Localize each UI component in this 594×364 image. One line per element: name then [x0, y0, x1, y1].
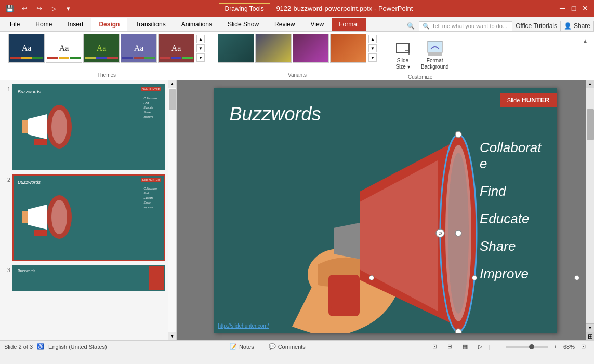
- tab-insert[interactable]: Insert: [60, 18, 91, 31]
- undo-icon[interactable]: ↩: [19, 3, 30, 14]
- variants-grid: ▲ ▼ ▾: [218, 34, 377, 63]
- canvas-scroll-down[interactable]: ▼: [586, 323, 594, 332]
- accessibility-icon: ♿: [37, 343, 44, 350]
- slide-title: Buzzwords: [230, 103, 321, 125]
- format-background-button[interactable]: FormatBackground: [419, 38, 451, 72]
- minimize-button[interactable]: ─: [558, 4, 567, 13]
- customize-icon[interactable]: ▾: [62, 3, 74, 14]
- slide-canvas: Buzzwords Slide HUNTER: [214, 88, 557, 333]
- theme-item-4[interactable]: Aa: [121, 34, 157, 63]
- handle-bottom-right[interactable]: [574, 275, 579, 280]
- ribbon-tabs: File Home Insert Design Transitions Anim…: [0, 17, 594, 31]
- tab-animations[interactable]: Animations: [174, 18, 220, 31]
- theme-item-5[interactable]: Aa: [158, 34, 194, 63]
- tab-view[interactable]: View: [302, 18, 332, 31]
- share-label: Share: [574, 22, 590, 30]
- tab-format[interactable]: Format: [332, 18, 366, 31]
- zoom-in-button[interactable]: +: [550, 341, 561, 353]
- corner-resize: ⊞: [586, 332, 594, 340]
- variants-up[interactable]: ▲: [368, 35, 377, 43]
- handle-bottom-left[interactable]: [369, 275, 374, 280]
- save-icon[interactable]: 💾: [4, 3, 16, 14]
- search-icon: 🔍: [423, 23, 430, 30]
- tab-home[interactable]: Home: [28, 18, 60, 31]
- zoom-out-button[interactable]: −: [492, 341, 504, 353]
- buzzword-educate: Educate: [480, 211, 542, 227]
- buzzword-collaborate: Collaborate: [480, 140, 542, 172]
- help-icon[interactable]: 🔍: [403, 21, 419, 31]
- notes-icon: 📝: [230, 343, 237, 350]
- variant-2[interactable]: [255, 34, 292, 63]
- slide-thumb-2[interactable]: 2 Buzzwords Slide HUNTER Collaborate Fin…: [2, 174, 174, 261]
- view-reading-button[interactable]: ▦: [458, 341, 472, 353]
- titlebar-center: Drawing Tools 9122-buzzword-powerpoint.p…: [74, 5, 558, 12]
- themes-up[interactable]: ▲: [196, 35, 205, 43]
- titlebar-left: 💾 ↩ ↪ ▷ ▾: [4, 3, 74, 14]
- tab-review[interactable]: Review: [267, 18, 302, 31]
- svg-point-13: [455, 230, 461, 236]
- slide-size-button[interactable]: SlideSize ▾: [390, 38, 416, 72]
- handle-bottom-center[interactable]: [472, 275, 477, 280]
- canvas-scroll-up[interactable]: ▲: [586, 80, 594, 88]
- customize-buttons: SlideSize ▾ FormatBackground: [390, 34, 451, 72]
- slide-number-1: 1: [2, 86, 10, 92]
- canvas-scroll-thumb[interactable]: [587, 109, 594, 140]
- tab-design[interactable]: Design: [91, 18, 127, 31]
- zoom-slider[interactable]: [506, 346, 548, 348]
- variants-expand[interactable]: ▾: [368, 53, 377, 62]
- tab-transitions[interactable]: Transitions: [127, 18, 173, 31]
- variants-label: Variants: [288, 70, 307, 78]
- slide-1-thumbnail[interactable]: Buzzwords Slide HUNTER Collaborate Find …: [12, 84, 165, 170]
- scroll-thumb[interactable]: [169, 89, 176, 110]
- logo-hunter-text: HUNTER: [521, 96, 549, 104]
- office-tutorials-button[interactable]: Office Tutorials: [512, 21, 560, 31]
- scroll-up-button[interactable]: ▲: [168, 80, 176, 88]
- statusbar-left: Slide 2 of 3 ♿ English (United States): [4, 343, 107, 350]
- tell-me-input[interactable]: 🔍 Tell me what you want to do...: [419, 21, 512, 31]
- share-button[interactable]: 👤 Share: [560, 21, 594, 31]
- redo-icon[interactable]: ↪: [33, 3, 45, 14]
- close-button[interactable]: ✕: [580, 4, 590, 13]
- variants-down[interactable]: ▼: [368, 44, 377, 52]
- theme-item-2[interactable]: Aa: [46, 34, 82, 63]
- view-sorter-button[interactable]: ⊞: [443, 341, 456, 353]
- notes-button[interactable]: 📝 Notes: [226, 341, 258, 353]
- themes-label: Themes: [97, 70, 116, 78]
- office-tutorials-label: Office Tutorials: [516, 22, 557, 30]
- theme-item-1[interactable]: Aa: [8, 34, 45, 63]
- buzzword-find: Find: [480, 183, 542, 199]
- view-slideshow-button[interactable]: ▷: [474, 341, 486, 353]
- variants-scroll: ▲ ▼ ▾: [368, 35, 377, 62]
- theme-item-3[interactable]: Aa: [83, 34, 120, 63]
- variant-4[interactable]: [330, 34, 366, 63]
- themes-down[interactable]: ▼: [196, 44, 205, 52]
- titlebar: 💾 ↩ ↪ ▷ ▾ Drawing Tools 9122-buzzword-po…: [0, 0, 594, 17]
- slide-link[interactable]: http://slidehunter.com/: [218, 323, 269, 329]
- view-normal-button[interactable]: ⊡: [428, 341, 441, 353]
- notes-label: Notes: [239, 344, 254, 350]
- slide-3-thumbnail[interactable]: Buzzwords: [12, 265, 165, 291]
- ribbon-collapse-button[interactable]: ▲: [580, 36, 590, 45]
- scroll-down-button[interactable]: ▼: [168, 332, 176, 340]
- tab-file[interactable]: File: [2, 18, 28, 31]
- maximize-button[interactable]: □: [569, 4, 578, 13]
- variant-1[interactable]: [218, 34, 254, 63]
- slide-number-3: 3: [2, 267, 10, 273]
- slide-logo: Slide HUNTER: [500, 93, 557, 107]
- slide-thumb-3[interactable]: 3 Buzzwords: [2, 265, 174, 291]
- variants-group: ▲ ▼ ▾ Variants: [214, 34, 381, 78]
- tab-slideshow[interactable]: Slide Show: [220, 18, 267, 31]
- comments-button[interactable]: 💬 Comments: [265, 341, 310, 353]
- themes-group: Aa Aa Aa: [4, 34, 209, 78]
- variant-3[interactable]: [293, 34, 329, 63]
- slide-2-thumbnail[interactable]: Buzzwords Slide HUNTER Collaborate Find …: [12, 174, 165, 261]
- slide-thumb-1[interactable]: 1 Buzzwords Slide HUNTER Collaborate Fin…: [2, 84, 174, 170]
- fit-slide-button[interactable]: ⊡: [577, 341, 590, 353]
- present-icon[interactable]: ▷: [48, 3, 59, 14]
- zoom-thumb[interactable]: [529, 344, 534, 349]
- themes-expand[interactable]: ▾: [196, 53, 205, 62]
- bottom-handles-row: [369, 275, 579, 280]
- customize-label: Customize: [408, 72, 432, 80]
- titlebar-right: ─ □ ✕: [558, 4, 590, 13]
- canvas-scroll-track: [586, 88, 594, 323]
